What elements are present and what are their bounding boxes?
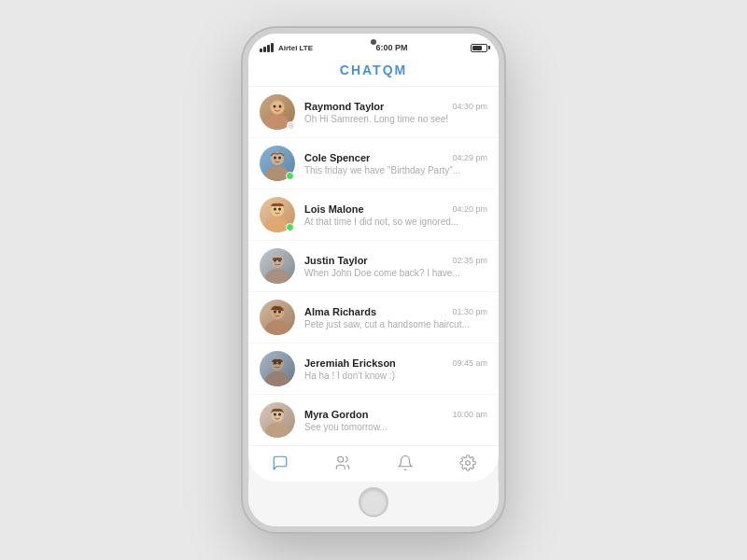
avatar <box>260 300 295 335</box>
svg-point-4 <box>279 105 282 108</box>
avatar <box>260 248 295 284</box>
avatar <box>260 402 295 438</box>
bottom-nav <box>248 445 499 482</box>
notch-row <box>260 37 487 41</box>
time-label: 6:00 PM <box>375 43 407 52</box>
chat-time: 02:35 pm <box>452 256 487 265</box>
chat-preview: At that time I did not, so we ignored... <box>304 217 487 227</box>
chat-item[interactable]: Raymond Taylor 04:30 pm Oh Hi Samreen. L… <box>248 87 499 138</box>
app-header: CHATQM <box>248 56 499 87</box>
chat-name: Raymond Taylor <box>304 101 384 112</box>
chat-time: 04:29 pm <box>452 153 487 162</box>
bell-icon <box>396 454 415 472</box>
chat-info: Jeremiah Erickson 09:45 am Ha ha ! I don… <box>304 357 487 381</box>
svg-point-2 <box>271 101 284 114</box>
chat-item[interactable]: Cole Spencer 04:29 pm This friday we hav… <box>248 138 499 189</box>
carrier-label: Airtel <box>278 44 297 52</box>
svg-rect-17 <box>273 258 282 260</box>
svg-point-30 <box>337 456 343 462</box>
chat-info: Alma Richards 01:30 pm Pete just saw, cu… <box>304 306 487 329</box>
online-dot <box>286 172 294 180</box>
chat-name: Jeremiah Erickson <box>304 357 396 369</box>
screen: Airtel LTE 6:00 PM CHATQM <box>248 34 499 482</box>
avatar-wrap <box>260 94 295 130</box>
svg-point-23 <box>265 371 289 386</box>
svg-point-31 <box>465 461 470 466</box>
chat-name: Cole Spencer <box>304 152 370 163</box>
chat-time: 10:00 am <box>452 410 487 419</box>
nav-item-contacts[interactable] <box>324 452 361 474</box>
app-title: CHATQM <box>340 63 407 77</box>
chat-name-row: Justin Taylor 02:35 pm <box>304 255 487 266</box>
svg-point-12 <box>278 208 281 211</box>
chat-info: Cole Spencer 04:29 pm This friday we hav… <box>304 152 487 175</box>
signal-bars <box>260 43 274 52</box>
chat-item[interactable]: Alma Richards 01:30 pm Pete just saw, cu… <box>248 292 499 343</box>
chat-name-row: Raymond Taylor 04:30 pm <box>304 101 487 112</box>
battery-icon <box>471 44 487 52</box>
chat-name: Lois Malone <box>304 203 364 215</box>
chat-name-row: Myra Gordon 10:00 am <box>304 409 487 420</box>
home-button-wrap <box>248 482 499 526</box>
network-label: LTE <box>299 44 313 52</box>
chat-time: 01:30 pm <box>452 307 487 316</box>
chat-preview: When John Doe come back? I have... <box>304 268 487 278</box>
avatar-wrap <box>260 351 295 386</box>
avatar-wrap <box>260 300 295 335</box>
svg-point-3 <box>274 105 276 108</box>
svg-point-28 <box>274 413 276 416</box>
contacts-icon <box>333 454 352 472</box>
status-left: Airtel LTE <box>260 43 313 52</box>
chat-preview: Ha ha ! I don't know :) <box>304 371 487 381</box>
svg-point-11 <box>274 208 276 211</box>
chat-preview: Pete just saw, cut a handsome haircut... <box>304 319 487 329</box>
chat-name-row: Cole Spencer 04:29 pm <box>304 152 487 163</box>
avatar-wrap <box>260 197 295 232</box>
chat-name-row: Alma Richards 01:30 pm <box>304 306 487 317</box>
svg-point-14 <box>265 269 289 284</box>
chat-info: Myra Gordon 10:00 am See you tomorrow... <box>304 409 487 432</box>
chat-item[interactable]: Justin Taylor 02:35 pm When John Doe com… <box>248 241 499 292</box>
home-button[interactable] <box>359 487 388 517</box>
chat-item[interactable]: Myra Gordon 10:00 am See you tomorrow... <box>248 395 499 445</box>
battery-fill <box>472 46 483 50</box>
status-right <box>471 44 487 52</box>
online-dot <box>286 223 294 231</box>
avatar-wrap <box>260 146 295 181</box>
svg-point-29 <box>278 413 281 416</box>
top-bar: Airtel LTE 6:00 PM <box>248 34 499 56</box>
chat-name: Alma Richards <box>304 306 376 317</box>
chat-info: Lois Malone 04:20 pm At that time I did … <box>304 203 487 227</box>
svg-point-27 <box>265 423 289 438</box>
nav-item-chat[interactable] <box>261 452 299 474</box>
chat-info: Raymond Taylor 04:30 pm Oh Hi Samreen. L… <box>304 101 487 124</box>
chat-item[interactable]: Lois Malone 04:20 pm At that time I did … <box>248 189 499 241</box>
svg-point-21 <box>278 311 281 314</box>
chat-name: Justin Taylor <box>304 255 368 266</box>
svg-point-19 <box>265 320 289 335</box>
phone-frame: Airtel LTE 6:00 PM CHATQM <box>243 28 504 532</box>
avatar <box>260 351 295 386</box>
chat-time: 04:30 pm <box>452 102 487 111</box>
chat-time: 09:45 am <box>452 358 487 368</box>
avatar-wrap <box>260 248 295 284</box>
chat-preview: See you tomorrow... <box>304 422 487 432</box>
chat-name-row: Jeremiah Erickson 09:45 am <box>304 357 487 369</box>
chat-icon <box>271 454 289 472</box>
settings-icon <box>458 454 477 472</box>
svg-point-20 <box>274 311 276 314</box>
nav-item-settings[interactable] <box>449 452 486 474</box>
svg-point-8 <box>278 157 281 160</box>
chat-time: 04:20 pm <box>452 204 487 214</box>
svg-point-7 <box>274 157 276 160</box>
chat-name: Myra Gordon <box>304 409 368 420</box>
chat-name-row: Lois Malone 04:20 pm <box>304 203 487 215</box>
svg-point-13 <box>271 255 284 268</box>
unread-dot <box>287 121 295 130</box>
chat-list: Raymond Taylor 04:30 pm Oh Hi Samreen. L… <box>248 87 499 445</box>
chat-item[interactable]: Jeremiah Erickson 09:45 am Ha ha ! I don… <box>248 343 499 395</box>
svg-point-1 <box>265 115 289 130</box>
camera <box>371 39 376 45</box>
avatar-wrap <box>260 402 295 438</box>
nav-item-notifications[interactable] <box>387 452 424 474</box>
